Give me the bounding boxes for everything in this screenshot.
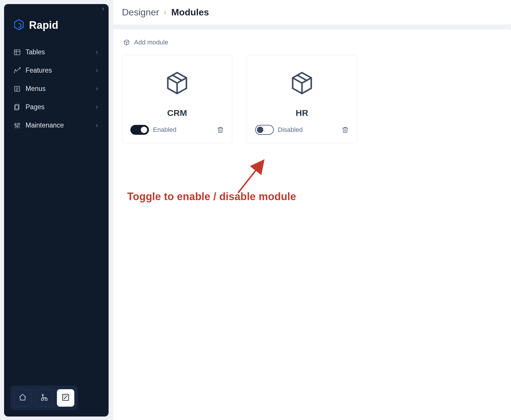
chevron-right-icon: [95, 87, 99, 91]
add-module-label: Add module: [134, 39, 168, 46]
svg-rect-0: [14, 50, 20, 55]
sidebar-item-menus[interactable]: Menus: [9, 80, 103, 97]
sidebar-item-label: Menus: [26, 85, 46, 93]
module-footer: Enabled: [130, 125, 224, 135]
module-toggle[interactable]: [130, 125, 149, 135]
design-icon: [62, 393, 70, 403]
svg-rect-17: [42, 399, 44, 401]
module-title: HR: [296, 108, 308, 118]
annotation-text: Toggle to enable / disable module: [127, 191, 296, 203]
main: Designer Modules Add module CRM E: [113, 0, 511, 420]
sidebar-item-tables[interactable]: Tables: [9, 44, 103, 61]
svg-point-11: [15, 124, 16, 125]
module-footer: Disabled: [255, 125, 349, 135]
brand-name: Rapid: [29, 19, 58, 31]
topbar: Designer Modules: [113, 0, 511, 25]
module-card[interactable]: CRM Enabled: [122, 55, 232, 143]
module-title: CRM: [167, 108, 187, 118]
module-state-label: Enabled: [153, 126, 177, 134]
module-state-label: Disabled: [278, 126, 303, 134]
content: Add module CRM Enabled: [113, 29, 511, 420]
graph-icon: [40, 393, 48, 403]
brand-hexagon-icon: [13, 19, 25, 32]
chevron-right-icon: [95, 123, 99, 128]
chevron-right-icon: [95, 68, 99, 73]
bottom-bar-inner: [10, 386, 78, 410]
module-cards: CRM Enabled HR Disabled: [122, 55, 502, 143]
module-toggle[interactable]: [255, 125, 274, 135]
maintenance-icon: [13, 122, 21, 129]
brand: Rapid: [4, 4, 109, 44]
svg-point-15: [18, 123, 19, 124]
svg-rect-18: [45, 399, 47, 401]
sidebar-nav: Tables Features Menus: [4, 44, 109, 134]
features-icon: [13, 67, 21, 74]
chevron-right-icon: [163, 7, 168, 18]
svg-point-13: [17, 126, 18, 127]
breadcrumb: Designer Modules: [122, 7, 502, 18]
module-card[interactable]: HR Disabled: [247, 55, 357, 143]
sidebar-item-label: Tables: [26, 48, 45, 56]
tables-icon: [13, 49, 21, 56]
delete-module-button[interactable]: [342, 126, 349, 133]
bottom-home-button[interactable]: [14, 389, 31, 407]
home-icon: [19, 393, 27, 403]
sidebar-item-pages[interactable]: Pages: [9, 98, 103, 116]
bottom-bar: [4, 379, 109, 417]
sidebar-item-label: Maintenance: [26, 121, 64, 129]
chevron-right-icon: [95, 105, 99, 110]
sidebar-collapse-button[interactable]: [100, 6, 106, 12]
menus-icon: [13, 85, 21, 93]
breadcrumb-parent[interactable]: Designer: [122, 7, 159, 18]
sidebar-item-features[interactable]: Features: [9, 62, 103, 79]
breadcrumb-current: Modules: [171, 7, 209, 18]
add-module-button[interactable]: Add module: [122, 37, 502, 55]
bottom-graph-button[interactable]: [35, 389, 53, 407]
cube-icon: [163, 69, 191, 98]
cube-icon: [123, 39, 130, 46]
delete-module-button[interactable]: [217, 126, 224, 133]
chevron-right-icon: [95, 50, 99, 55]
sidebar-item-label: Features: [26, 67, 52, 74]
bottom-design-button[interactable]: [57, 389, 74, 407]
pages-icon: [13, 103, 21, 111]
sidebar-item-label: Pages: [26, 103, 44, 111]
sidebar-item-maintenance[interactable]: Maintenance: [9, 117, 103, 134]
cube-icon: [288, 69, 316, 98]
sidebar: Rapid Tables Features Menus: [4, 4, 109, 417]
